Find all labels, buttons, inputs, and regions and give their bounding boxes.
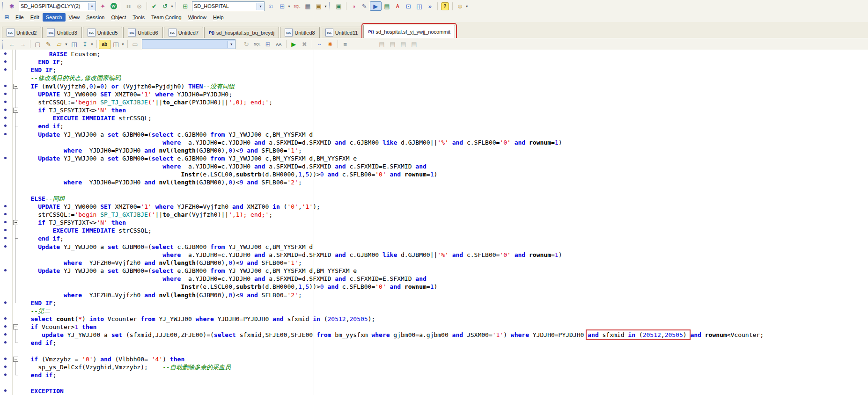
breakpoint-dot[interactable]: [4, 301, 7, 304]
breakpoint-dot[interactable]: [4, 52, 7, 55]
connect-icon[interactable]: ✱: [7, 1, 17, 11]
tab-sd-hospital-sf-yj-ywjj-nocommit[interactable]: P()sd_hospital.sf_yj_ywjj_nocommit: [363, 25, 455, 38]
code-line-20[interactable]: UPDATE YJ_YW0000 SET XMZT00='1' where YJ…: [20, 203, 320, 211]
breakpoint-dot[interactable]: [4, 157, 7, 159]
session-icon[interactable]: ✦: [97, 1, 108, 11]
code-line-26[interactable]: where a.YJDJH0=c.YJDJH0 and a.SFXMID=d.S…: [20, 251, 562, 259]
code-line-29[interactable]: where a.YJDJH0=c.YJDJH0 and a.SFXMID=d.S…: [20, 275, 427, 283]
menu-item-team-coding[interactable]: Team Coding: [148, 13, 185, 22]
commit-icon[interactable]: ✔: [149, 1, 160, 11]
fold-toggle-icon[interactable]: [13, 324, 18, 329]
program-window-icon[interactable]: ▶: [370, 1, 382, 11]
breakpoint-dot[interactable]: [4, 237, 7, 239]
search-input[interactable]: ▼: [142, 39, 235, 49]
breakpoint-dot[interactable]: [4, 133, 7, 135]
dropdown-arrow-icon[interactable]: ▼: [324, 5, 327, 8]
menu-item-edit[interactable]: Edit: [27, 13, 43, 22]
code-line-33[interactable]: --第二: [20, 307, 50, 315]
breakpoint-dot[interactable]: [4, 117, 7, 119]
code-line-35[interactable]: if Vcounter>1 then: [20, 323, 96, 331]
grid-icon[interactable]: ▦: [302, 1, 313, 11]
window-list-icon[interactable]: ⊞: [277, 1, 287, 11]
window-go-icon[interactable]: ⊞: [263, 40, 273, 49]
combo-dropdown-icon[interactable]: ▼: [88, 3, 96, 10]
code-line-10[interactable]: end if;: [20, 122, 64, 130]
code-line-6[interactable]: UPDATE YJ_YW0000 SET XMZT00='1' where YJ…: [20, 90, 232, 98]
dropdown-arrow-icon[interactable]: ▼: [170, 5, 174, 8]
highlight-ab-icon[interactable]: ab: [99, 40, 110, 49]
breakpoint-dot[interactable]: [4, 317, 7, 320]
fast-forward-icon[interactable]: »: [425, 1, 435, 11]
back-icon[interactable]: ←: [7, 40, 17, 49]
tab-untitled11[interactable]: SQLUntitled11: [321, 27, 363, 38]
breakpoint-dot[interactable]: [4, 213, 7, 215]
code-line-17[interactable]: where YJDJH0=PYJDJH0 and nvl(length(GJBM…: [20, 178, 302, 186]
code-line-2[interactable]: END IF;: [20, 58, 64, 66]
code-line-19[interactable]: ELSE--同组: [20, 195, 65, 203]
dropdown-arrow-icon[interactable]: ▼: [287, 5, 291, 8]
user-profile-icon[interactable]: ☺: [455, 1, 465, 11]
menu-item-object[interactable]: Object: [108, 13, 129, 22]
breakpoint-dot[interactable]: [4, 205, 7, 207]
code-editor[interactable]: RAISE Ecustom; END IF; END IF; --修改项目的状态…: [0, 50, 868, 395]
menu-item-session[interactable]: Session: [83, 13, 108, 22]
tab-sd-hospital-sp-bq-brcydj[interactable]: P()sd_hospital.sp_bq_brcydj: [204, 27, 279, 38]
image-window-icon[interactable]: ▣: [313, 1, 324, 11]
fold-toggle-icon[interactable]: [13, 84, 18, 89]
split-window-icon[interactable]: ◫: [110, 40, 121, 49]
code-line-27[interactable]: where YJFZH0=Vyjfzh0 and nvl(length(GJBM…: [20, 259, 302, 267]
breakpoint-dot[interactable]: [4, 325, 7, 328]
breakpoint-dot[interactable]: [4, 366, 7, 368]
tab-untitled8[interactable]: SQLUntitled8: [280, 27, 319, 38]
menu-app-icon[interactable]: ⊞: [1, 13, 12, 22]
code-line-12[interactable]: where a.YJDJH0=c.YJDJH0 and a.SFXMID=d.S…: [20, 139, 562, 146]
donut-chart-icon[interactable]: ◑: [348, 1, 359, 11]
sql-sheet-icon[interactable]: SQL: [252, 40, 263, 49]
connection-select[interactable]: SD_HOSPITAL@CLYY(2)▼: [19, 1, 96, 11]
fold-toggle-icon[interactable]: [13, 220, 18, 225]
menu-item-tools[interactable]: Tools: [129, 13, 148, 22]
combo-dropdown-icon[interactable]: ▼: [228, 41, 235, 48]
forward-icon[interactable]: →: [17, 40, 28, 49]
browser-tree-icon[interactable]: ⊞: [180, 1, 191, 11]
code-line-1[interactable]: RAISE Ecustom;: [20, 50, 100, 58]
breakpoint-dot[interactable]: [4, 124, 7, 127]
code-line-3[interactable]: END IF;: [20, 66, 56, 74]
breakpoint-dot[interactable]: [4, 93, 7, 95]
dropdown-arrow-icon[interactable]: ▼: [465, 5, 469, 8]
edit-window-icon[interactable]: ✎: [359, 1, 370, 11]
edit-document-icon[interactable]: ✎: [43, 40, 54, 49]
tab-untitled7[interactable]: SQLUntitled7: [164, 27, 203, 38]
help-icon[interactable]: ?: [440, 1, 450, 11]
code-line-31[interactable]: where YJFZH0=Vyjfzh0 and nvl(length(GJBM…: [20, 291, 302, 299]
menu-item-help[interactable]: Help: [210, 13, 227, 22]
breakpoint-dot[interactable]: [4, 221, 7, 223]
code-line-22[interactable]: if TJ_SFSYTJXT<>'N' then: [20, 219, 126, 227]
breakpoint-dot[interactable]: [4, 245, 7, 248]
menu-item-window[interactable]: Window: [185, 13, 210, 22]
code-line-41[interactable]: end if;: [20, 371, 56, 379]
code-line-5[interactable]: IF (nvl(Vyjfzh0,0)=0) or (Vyjfzh0=Pyjdjh…: [20, 82, 235, 90]
code-line-16[interactable]: Instr(e.LSCL00,substrb(d.BH0000,1,5))>0 …: [20, 170, 437, 178]
picture-icon[interactable]: ▣: [333, 1, 344, 11]
dropdown-arrow-icon[interactable]: ▼: [90, 43, 94, 46]
code-line-8[interactable]: if TJ_SFSYTJXT<>'N' then: [20, 106, 126, 114]
dropdown-arrow-icon[interactable]: ▼: [121, 43, 125, 46]
rollback-icon[interactable]: ↺: [160, 1, 170, 11]
code-line-24[interactable]: end if;: [20, 234, 64, 242]
tab-untitled6[interactable]: SQLUntitled6: [123, 27, 162, 38]
code-line-43[interactable]: EXCEPTION: [20, 387, 64, 395]
code-line-13[interactable]: where YJDJH0=PYJDJH0 and nvl(length(GJBM…: [20, 146, 302, 154]
run-icon[interactable]: ▶: [288, 40, 299, 49]
menu-item-search[interactable]: Search: [43, 13, 66, 22]
code-line-9[interactable]: EXECUTE IMMEDIATE strCSSQL;: [20, 114, 152, 122]
breakpoint-dot[interactable]: [4, 389, 7, 392]
code-line-14[interactable]: Update YJ_YWJJ00 a set GJBM00=(select e.…: [20, 154, 357, 162]
breakpoint-dot[interactable]: [4, 109, 7, 111]
web-browser-icon[interactable]: W: [108, 1, 119, 11]
code-line-7[interactable]: strCSSQL:='begin SP_TJ_GXTJBJE('||to_cha…: [20, 98, 272, 106]
breakpoint-dot[interactable]: [4, 68, 7, 71]
dropdown-arrow-icon[interactable]: ▼: [65, 43, 68, 46]
flame-icon[interactable]: ✸: [325, 40, 336, 49]
indent-list-icon[interactable]: ≡: [340, 40, 351, 49]
